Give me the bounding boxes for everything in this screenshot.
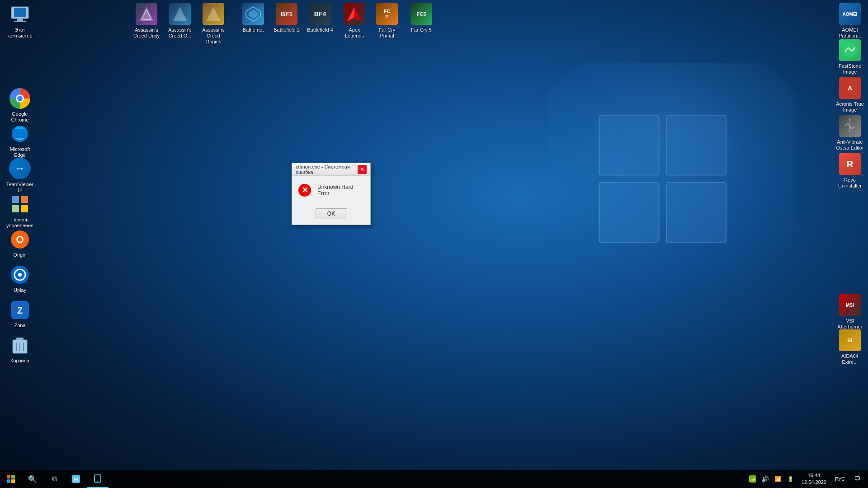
desktop-icon-teamviewer[interactable]: ↔ TeamViewer 14: [2, 156, 38, 195]
task-view-icon: ⧉: [52, 475, 57, 483]
svg-text:Z: Z: [17, 305, 23, 315]
dialog-footer: OK: [292, 205, 370, 225]
uplay-icon-label: Uplay: [4, 287, 36, 293]
apex-icon: [345, 5, 363, 23]
desktop-icon-zona[interactable]: Z Zona: [2, 297, 38, 330]
acronis-icon-label: Acronis TrueImage: [835, 101, 864, 113]
desktop-icon-chrome[interactable]: Google Chrome: [2, 86, 38, 125]
network-icon: 📶: [774, 476, 781, 482]
recycle-icon: [10, 335, 30, 355]
battlenet-icon: [244, 5, 262, 23]
desktop-icon-uplay[interactable]: Uplay: [2, 262, 38, 295]
zona-icon: Z: [10, 300, 30, 320]
task-view-button[interactable]: ⧉: [43, 470, 65, 488]
svg-point-30: [843, 43, 857, 57]
svg-point-15: [18, 237, 22, 242]
origin-icon: [10, 230, 30, 249]
desktop-icon-bf1[interactable]: BF1 Battlefield 1: [270, 2, 303, 35]
svg-rect-9: [12, 196, 19, 203]
svg-rect-8: [14, 21, 26, 22]
search-button[interactable]: 🔍: [22, 470, 43, 488]
ac-odyssey-icon-label: Assassin'sCreed O...: [165, 27, 194, 39]
svg-rect-6: [14, 8, 26, 17]
desktop-icon-acronis[interactable]: A Acronis TrueImage: [834, 76, 866, 115]
cortana-icon: ⊞: [71, 474, 81, 484]
desktop-icon-ac-origins[interactable]: AssassinsCreed Origins: [197, 2, 230, 47]
error-dialog: ctfmon.exe - Системная ошибка ✕ ✕ Unknow…: [292, 163, 371, 225]
edge-icon: [10, 124, 30, 144]
tablet-icon: [93, 474, 102, 483]
network-tray-icon[interactable]: 📶: [773, 470, 783, 488]
desktop-icon-msi[interactable]: MSI MSIAfterburner: [834, 293, 866, 332]
dialog-ok-button[interactable]: OK: [316, 208, 347, 219]
antivibrate-icon: [841, 117, 859, 135]
aomei-icon-label: AOMEIPartition...: [835, 27, 864, 39]
cortana-button[interactable]: ⊞: [65, 470, 87, 488]
ac-unity-icon: [137, 5, 156, 23]
desktop-icon-antivibrate[interactable]: Anti-VibrateOscar Editor: [834, 114, 866, 153]
desktop-icon-recycle[interactable]: Корзина: [2, 333, 38, 366]
desktop-icon-ac-unity[interactable]: Assassin'sCreed Unity: [130, 2, 163, 41]
error-message: Unknown Hard Error: [317, 184, 365, 197]
battery-tray-icon[interactable]: 🔋: [785, 470, 796, 488]
start-button[interactable]: [0, 470, 22, 488]
desktop-icon-ac-odyssey[interactable]: Assassin'sCreed O...: [164, 2, 196, 41]
svg-point-18: [18, 273, 22, 277]
notification-icon: 🗨: [854, 475, 860, 483]
desktop-icon-origin[interactable]: Origin: [2, 227, 38, 260]
speaker-icon: 🔊: [761, 475, 769, 483]
desktop-icon-edge[interactable]: Microsoft Edge: [2, 121, 38, 160]
svg-marker-28: [173, 7, 187, 21]
ac-odyssey-icon: [171, 5, 189, 23]
nvidia-tray-icon[interactable]: nV: [747, 470, 758, 488]
svg-rect-38: [11, 479, 15, 483]
desktop-icon-farcry5[interactable]: FC5 Far Cry 5: [405, 2, 438, 35]
clock-display[interactable]: 16:44 12.04.2020: [798, 470, 830, 488]
notification-button[interactable]: 🗨: [850, 470, 864, 488]
ac-origins-icon-label: AssassinsCreed Origins: [199, 27, 228, 45]
desktop-icon-revo[interactable]: R RevoUninstaller: [834, 152, 866, 191]
speaker-tray-icon[interactable]: 🔊: [760, 470, 771, 488]
svg-rect-35: [7, 475, 10, 479]
controlpanel-icon: [10, 194, 30, 214]
computer-icon-label: Этот компьютер: [4, 27, 36, 39]
nvidia-icon: nV: [749, 475, 757, 483]
svg-rect-22: [16, 338, 24, 340]
desktop-icon-apex[interactable]: ApexLegends: [338, 2, 371, 41]
error-icon: ✕: [297, 183, 312, 197]
faststone-icon: [841, 41, 859, 59]
farcry-primal-icon-label: Far Cry Primal: [373, 27, 401, 39]
aida64-icon-label: AIDA64Extre...: [835, 353, 864, 365]
svg-rect-2: [666, 116, 726, 175]
desktop-icon-bf4[interactable]: BF4 Battlefield 4: [304, 2, 336, 35]
svg-marker-29: [206, 7, 221, 21]
desktop-icon-controlpanel[interactable]: Панельуправления: [2, 192, 38, 230]
tablet-mode-button[interactable]: [87, 470, 108, 488]
desktop-icon-farcry-primal[interactable]: FCP Far Cry Primal: [371, 2, 403, 41]
desktop-icon-aomei[interactable]: AOMEI AOMEIPartition...: [834, 2, 866, 41]
clock-date: 12.04.2020: [802, 479, 826, 486]
desktop-icon-computer[interactable]: Этот компьютер: [2, 2, 38, 41]
dialog-body: ✕ Unknown Hard Error: [292, 176, 370, 205]
system-tray: nV 🔊 📶 🔋 16:44 12.04.2020 РУС 🗨: [744, 470, 868, 488]
svg-text:nV: nV: [750, 478, 755, 482]
taskbar: 🔍 ⧉ ⊞ nV 🔊: [0, 470, 868, 488]
desktop-icon-battlenet[interactable]: Battle.net: [237, 2, 269, 35]
dialog-close-button[interactable]: ✕: [358, 165, 367, 174]
dialog-titlebar[interactable]: ctfmon.exe - Системная ошибка ✕: [292, 163, 370, 176]
revo-icon-label: RevoUninstaller: [835, 177, 864, 189]
svg-text:⊞: ⊞: [74, 476, 78, 483]
svg-point-42: [97, 481, 98, 482]
desktop-icon-aida64[interactable]: 64 AIDA64Extre...: [834, 328, 866, 367]
svg-rect-4: [666, 183, 726, 242]
apex-icon-label: ApexLegends: [340, 27, 369, 39]
desktop: Этот компьютер Google Chrome Microsoft E…: [0, 0, 868, 488]
antivibrate-icon-label: Anti-VibrateOscar Editor: [835, 139, 864, 151]
windows-start-icon: [7, 475, 15, 483]
language-label: РУС: [835, 476, 845, 482]
svg-rect-36: [11, 475, 15, 479]
language-indicator[interactable]: РУС: [832, 470, 848, 488]
svg-rect-3: [599, 183, 659, 242]
svg-rect-12: [21, 205, 28, 212]
svg-rect-10: [21, 196, 28, 203]
